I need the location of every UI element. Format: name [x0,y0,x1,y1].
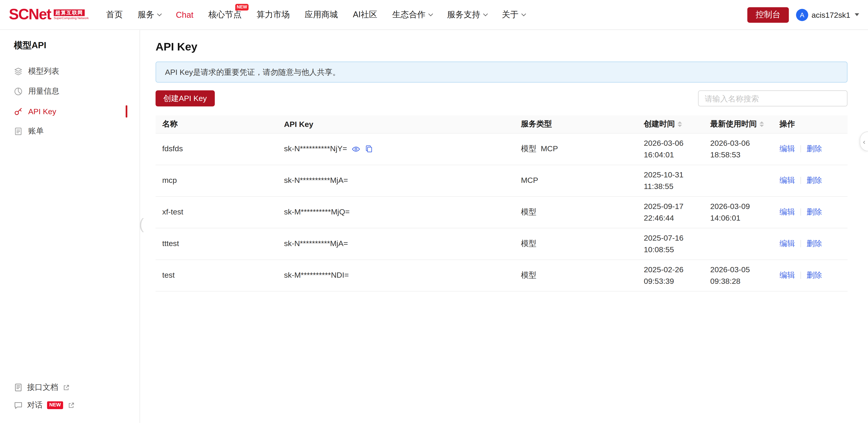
date-line: 2026-03-09 [710,200,766,212]
copy-icon[interactable] [365,144,374,153]
main-nav: 首页 服务 Chat 核心节点NEW 算力市场 应用商城 AI社区 生态合作 服… [106,9,525,20]
api-key-masked: sk-N**********NjY= [284,143,347,154]
sidebar-item-api-key[interactable]: API Key [0,102,140,121]
cell-service-type: 模型 MCP [514,133,637,165]
nav-item-ai-community[interactable]: AI社区 [353,9,377,20]
delete-link[interactable]: 删除 [806,144,822,153]
nav-item-chat[interactable]: Chat [176,10,193,19]
column-label: 操作 [779,119,795,129]
date-line: 2026-03-06 [710,137,766,149]
chevron-down-icon [483,11,488,17]
create-api-key-button[interactable]: 创建API Key [156,90,215,107]
table-row: fdsfds sk-N**********NjY= 模型 MCP 2026-03… [156,133,847,165]
cell-api-key: sk-N**********NjY= [277,133,514,165]
sidebar-collapse-handle[interactable]: ( [139,217,144,232]
nav-item-label: 关于 [502,9,519,20]
sidebar-item-model-list[interactable]: 模型列表 [0,62,140,82]
sidebar-item-api-docs[interactable]: 接口文档 [0,379,140,396]
nav-item-app-store[interactable]: 应用商城 [305,9,338,20]
time-line: 10:08:55 [644,244,697,255]
delete-link[interactable]: 删除 [806,239,822,248]
sidebar-item-chat[interactable]: 对话 NEW [0,396,140,414]
nav-item-home[interactable]: 首页 [106,9,123,20]
column-label: 服务类型 [521,119,552,129]
cell-name: fdsfds [156,133,277,165]
cell-name: test [156,259,277,291]
table-row: test sk-M**********NDI= 模型 2025-02-26 09… [156,259,847,291]
app-root: SCNet 超算互联网 SuperComputing Network 首页 服务… [0,0,868,423]
nav-item-about[interactable]: 关于 [502,9,525,20]
edit-link[interactable]: 编辑 [779,176,795,185]
sidebar-item-usage[interactable]: 用量信息 [0,81,140,102]
date-line: 2025-09-17 [644,200,697,212]
sort-asc-icon [678,121,682,123]
column-header-created-time: 创建时间 [637,115,704,133]
info-alert: API Key是请求的重要凭证，请勿随意与他人共享。 [156,62,847,83]
model-list-icon [14,67,23,76]
external-link-icon [67,402,75,409]
edit-link[interactable]: 编辑 [779,239,795,248]
column-header-actions: 操作 [773,115,847,133]
date-line: 2025-10-31 [644,169,697,180]
time-line: 22:46:44 [644,212,697,224]
sidebar-item-billing[interactable]: 账单 [0,121,140,141]
nav-item-label: 核心节点 [208,9,241,20]
column-label: 最新使用时间 [710,119,757,129]
table-row: tttest sk-N**********MjA= 模型 2025-07-16 … [156,228,847,259]
delete-link[interactable]: 删除 [806,271,822,280]
user-menu[interactable]: A acis172sk1 [796,9,859,21]
page-body: 模型API 模型列表 用量信息 API Key [0,30,868,423]
date-line: 2025-02-26 [644,263,697,275]
caret-down-icon [855,13,859,16]
doc-icon [14,383,23,392]
sort-asc-icon [760,121,764,123]
table-header-row: 名称 API Key 服务类型 创建时间 最新使用时间 操作 [156,115,847,133]
cell-service-type: MCP [514,165,637,196]
nav-item-compute-market[interactable]: 算力市场 [257,9,290,20]
cell-service-type: 模型 [514,259,637,291]
delete-link[interactable]: 删除 [806,207,822,216]
edit-link[interactable]: 编辑 [779,271,795,280]
page-title: API Key [156,39,847,54]
sort-desc-icon [760,124,764,127]
edit-link[interactable]: 编辑 [779,144,795,153]
cell-actions: 编辑删除 [773,259,847,291]
cell-api-key: sk-N**********MjA= [277,165,514,196]
sort-control[interactable] [678,121,682,127]
divider [801,177,801,184]
sidebar: 模型API 模型列表 用量信息 API Key [0,30,140,423]
edit-link[interactable]: 编辑 [779,207,795,216]
api-key-masked: sk-M**********NDI= [284,271,349,280]
column-label: 创建时间 [644,119,675,129]
delete-link[interactable]: 删除 [806,176,822,185]
chevron-down-icon [521,11,526,17]
cell-api-key: sk-M**********MjQ= [277,196,514,228]
sidebar-item-label: 模型列表 [28,67,59,77]
nav-item-service-support[interactable]: 服务支持 [447,9,487,20]
username: acis172sk1 [811,10,850,19]
cell-actions: 编辑删除 [773,165,847,196]
column-label: API Key [284,120,313,129]
scnet-logo[interactable]: SCNet 超算互联网 SuperComputing Network [9,7,92,22]
navbar-right: 控制台 A acis172sk1 [747,7,859,22]
nav-item-services[interactable]: 服务 [137,9,161,20]
cell-last-used-time: 2026-03-05 09:38:28 [704,259,773,291]
nav-item-eco-cooperation[interactable]: 生态合作 [392,9,432,20]
date-line: 2026-03-05 [710,263,766,275]
new-badge: NEW [47,401,63,409]
sort-control[interactable] [760,121,764,127]
eye-icon[interactable] [351,144,361,153]
sidebar-item-label: API Key [28,107,56,116]
nav-item-label: 生态合作 [392,9,425,20]
top-navbar: SCNet 超算互联网 SuperComputing Network 首页 服务… [0,0,868,30]
console-button[interactable]: 控制台 [747,7,789,22]
api-key-masked: sk-N**********MjA= [284,239,348,248]
nav-item-core-nodes[interactable]: 核心节点NEW [208,9,241,20]
column-header-last-used-time: 最新使用时间 [704,115,773,133]
sidebar-title: 模型API [0,40,140,52]
time-line: 18:58:53 [710,149,766,160]
nav-item-label: 服务 [137,9,154,20]
date-line: 2025-07-16 [644,232,697,244]
cell-last-used-time [704,165,773,196]
search-input[interactable] [698,90,847,107]
